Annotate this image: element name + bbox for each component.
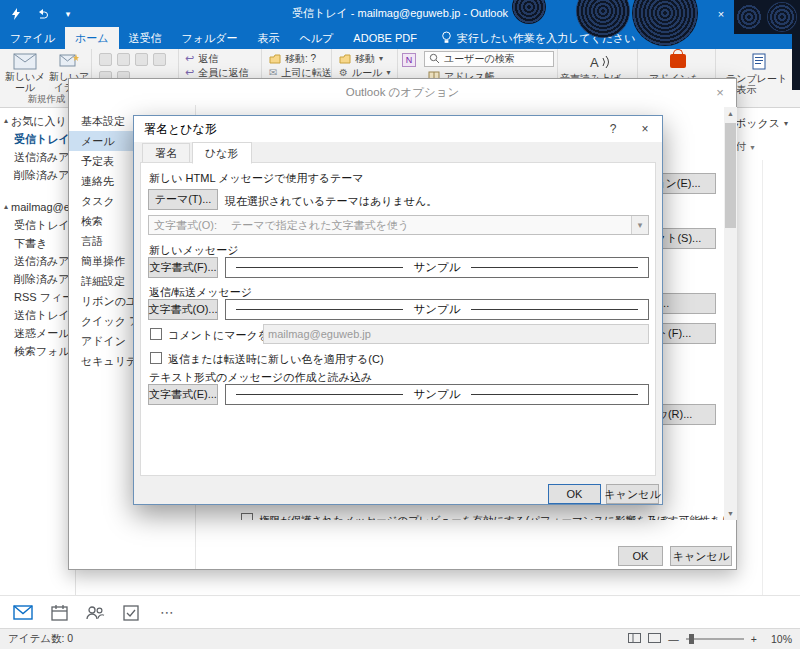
options-cancel-button[interactable]: キャンセル (670, 546, 732, 566)
ignore-icon[interactable] (99, 53, 112, 66)
help-icon[interactable]: ? (598, 116, 628, 142)
folder-rss[interactable]: RSS フィード (0, 288, 75, 306)
chevron-down-icon: ▾ (386, 68, 390, 77)
tab-help[interactable]: ヘルプ (290, 27, 344, 49)
protected-preview-label: 権限が保護されたメッセージのプレビューを有効にする(パフォーマンスに影響を及ぼす… (259, 514, 724, 520)
lightbulb-icon (441, 31, 452, 46)
scroll-up-icon[interactable]: ▲ (724, 107, 737, 120)
favorite-inbox[interactable]: 受信トレイ (0, 130, 75, 148)
calendar-nav-icon[interactable] (48, 601, 70, 623)
tab-adobe-pdf[interactable]: ADOBE PDF (343, 27, 427, 49)
tell-me-box[interactable]: 実行したい作業を入力してください (441, 27, 636, 49)
signatures-stationery-dialog: 署名とひな形 ? × 署名 ひな形 新しい HTML メッセージで使用するテーマ… (133, 115, 663, 505)
reply-icon: ↩ (185, 52, 194, 65)
theme-section-label: 新しい HTML メッセージで使用するテーマ (149, 171, 363, 186)
move-button[interactable]: 移動 ▾ (339, 52, 383, 65)
mail-nav-icon[interactable] (12, 601, 34, 623)
plain-text-section-label: テキスト形式のメッセージの作成と読み込み (149, 370, 372, 385)
account-header[interactable]: ▴ mailmag@eguweb.jp (0, 198, 75, 216)
tab-view[interactable]: 表示 (248, 27, 290, 49)
chevron-down-icon: ▾ (784, 119, 788, 128)
signature-ok-button[interactable]: OK (548, 484, 601, 504)
junk-icon[interactable] (135, 53, 148, 66)
font-preview-plain-text: サンプル (225, 384, 649, 405)
outlook-window: ▾ 受信トレイ - mailmag@eguweb.jp - Outlook — … (0, 0, 800, 649)
options-scrollbar[interactable]: ▲ ▼ (724, 107, 737, 520)
zoom-out-button[interactable]: — (668, 633, 679, 645)
status-bar: アイテム数: 0 — + 10% (0, 628, 800, 649)
onenote-icon[interactable]: N (402, 53, 416, 67)
zoom-slider[interactable] (686, 638, 744, 640)
people-nav-icon[interactable] (84, 601, 106, 623)
options-ok-button[interactable]: OK (618, 546, 663, 566)
send-receive-icon[interactable] (8, 5, 24, 23)
folder-junk[interactable]: 迷惑メール (0, 324, 75, 342)
close-button[interactable]: × (706, 0, 736, 27)
rules-gear-icon: ⚙ (339, 67, 348, 78)
folder-icon (269, 54, 281, 64)
folder-sent[interactable]: 送信済みアイテム (0, 252, 75, 270)
cleanup-icon[interactable] (117, 53, 130, 66)
search-icon (429, 53, 440, 66)
mark-comments-textbox[interactable]: mailmag@eguweb.jp (263, 324, 649, 344)
new-mail-label: 新しいメール (3, 71, 47, 93)
new-mail-icon (3, 50, 47, 71)
font-button-new-messages[interactable]: 文字書式(F)... (148, 257, 218, 278)
zoom-level[interactable]: 10% (764, 633, 792, 645)
move-label: 移動 (355, 52, 375, 66)
navigation-bar: ⋯ (0, 595, 800, 628)
folder-outbox[interactable]: 送信トレイ (0, 306, 75, 324)
quick-access-toolbar: ▾ (8, 0, 76, 27)
tab-file[interactable]: ファイル (0, 27, 65, 49)
new-color-checkbox[interactable] (150, 352, 162, 364)
zoom-slider-thumb[interactable] (689, 634, 694, 644)
signature-close-icon[interactable]: × (628, 116, 662, 142)
tab-home[interactable]: ホーム (65, 27, 119, 49)
scrollbar-thumb[interactable] (725, 123, 736, 228)
customize-qat-icon[interactable]: ▾ (60, 5, 76, 23)
more-nav-icon[interactable]: ⋯ (156, 601, 178, 623)
collapse-triangle-icon: ▴ (4, 112, 8, 130)
envelope-icon: ✉ (269, 67, 277, 78)
font-button-reply-forward[interactable]: 文字書式(O)... (148, 299, 218, 320)
find-people-button[interactable]: ユーザーの検索 (424, 51, 554, 67)
find-people-label: ユーザーの検索 (444, 52, 515, 66)
quick-step-move-button[interactable]: 移動: ? (269, 52, 316, 65)
collapse-triangle-icon: ▴ (4, 198, 8, 216)
folder-inbox[interactable]: 受信トレイ (0, 216, 75, 234)
theme-status-text: 現在選択されているテーマはありません。 (225, 194, 437, 209)
tasks-nav-icon[interactable] (120, 601, 142, 623)
font-button-plain-text[interactable]: 文字書式(E)... (148, 384, 218, 405)
tab-stationery[interactable]: ひな形 (192, 142, 252, 164)
templates-icon (737, 50, 781, 71)
tab-signature[interactable]: 署名 (142, 143, 190, 163)
mark-comments-checkbox[interactable] (150, 328, 162, 340)
zoom-in-button[interactable]: + (751, 633, 757, 645)
options-close-icon[interactable]: × (704, 79, 736, 105)
favorites-header[interactable]: ▴ お気に入り (0, 112, 75, 130)
folder-search[interactable]: 検索フォルダー (0, 342, 75, 360)
signature-cancel-button[interactable]: キャンセル (606, 484, 659, 504)
stationery-tab-page: 新しい HTML メッセージで使用するテーマ テーマ(T)... 現在選択されて… (140, 162, 656, 476)
signature-dialog-titlebar: 署名とひな形 ? × (134, 116, 662, 142)
minimize-button[interactable]: — (646, 0, 676, 27)
font-preview-reply-forward: サンプル (225, 299, 649, 320)
tab-folder[interactable]: フォルダー (172, 27, 248, 49)
theme-button[interactable]: テーマ(T)... (148, 189, 218, 210)
normal-view-icon[interactable] (628, 633, 641, 645)
combo-dropdown-icon[interactable]: ▾ (631, 216, 648, 234)
protected-preview-checkbox[interactable] (241, 513, 253, 520)
maximize-button[interactable]: □ (676, 0, 706, 27)
tab-send-receive[interactable]: 送受信 (119, 27, 172, 49)
options-dialog-titlebar: Outlook のオプション × (69, 79, 736, 105)
font-choice-combobox[interactable]: 文字書式(O): テーマで指定された文字書式を使う ▾ (148, 215, 649, 235)
reading-view-icon[interactable] (648, 633, 661, 645)
undo-icon[interactable] (34, 5, 50, 23)
delete-icon[interactable] (153, 53, 166, 66)
reply-button[interactable]: ↩ 返信 (185, 52, 218, 65)
scroll-down-icon[interactable]: ▼ (724, 507, 737, 520)
favorite-sent[interactable]: 送信済みアイテム (0, 148, 75, 166)
favorite-deleted[interactable]: 削除済みアイテム (0, 166, 75, 184)
folder-deleted[interactable]: 削除済みアイテム (0, 270, 75, 288)
folder-drafts[interactable]: 下書き (0, 234, 75, 252)
